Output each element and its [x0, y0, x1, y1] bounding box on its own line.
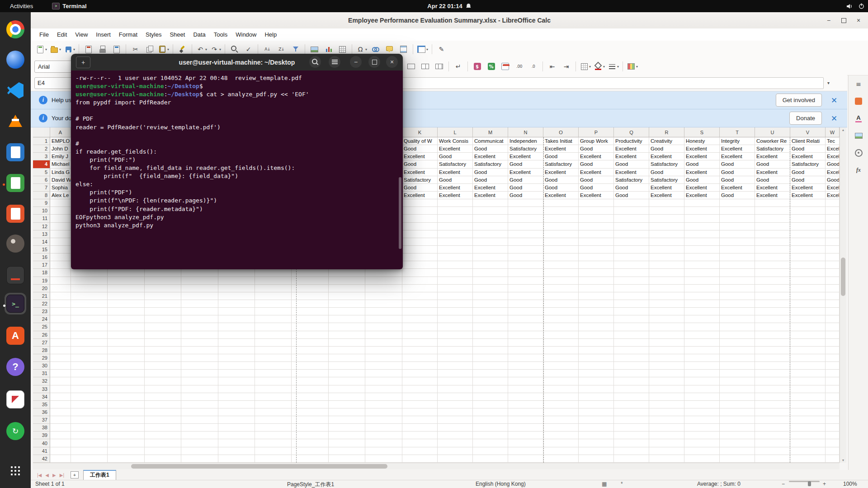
cell-T26[interactable] — [720, 331, 755, 339]
cell-A31[interactable] — [50, 370, 71, 377]
row-header-1[interactable]: 1 — [33, 137, 50, 145]
cell-A11[interactable] — [50, 215, 71, 222]
get-involved-button[interactable]: Get involved — [776, 94, 822, 107]
cell-U38[interactable] — [755, 424, 790, 432]
cell-N38[interactable] — [508, 424, 543, 432]
cell-O38[interactable] — [543, 424, 579, 432]
cell-N17[interactable] — [508, 261, 543, 269]
cell-W28[interactable] — [826, 347, 840, 354]
cell-W19[interactable] — [826, 277, 840, 285]
cell-K9[interactable] — [402, 199, 438, 207]
cell-T8[interactable]: Good — [720, 192, 755, 199]
row-header-25[interactable]: 25 — [33, 323, 50, 331]
cell-T5[interactable]: Good — [720, 169, 755, 176]
cell-R18[interactable] — [649, 269, 684, 277]
cell-U11[interactable] — [755, 215, 790, 222]
cell-W10[interactable] — [826, 207, 840, 215]
format-as-date-button[interactable] — [499, 60, 512, 73]
cell-R34[interactable] — [649, 393, 684, 401]
functions-deck-button[interactable]: fx — [849, 161, 868, 178]
cell-N29[interactable] — [508, 354, 543, 362]
cell-K33[interactable] — [402, 385, 438, 393]
cell-L42[interactable] — [438, 455, 473, 463]
cell-N33[interactable] — [508, 385, 543, 393]
cell-N11[interactable] — [508, 215, 543, 222]
cell-P26[interactable] — [579, 331, 614, 339]
cell-N25[interactable] — [508, 323, 543, 331]
cell-T31[interactable] — [720, 370, 755, 377]
cell-S40[interactable] — [684, 439, 720, 447]
menu-window[interactable]: Window — [231, 30, 260, 39]
cell-R42[interactable] — [649, 455, 684, 463]
cell-L33[interactable] — [438, 385, 473, 393]
cell-A19[interactable] — [50, 277, 71, 285]
cell-U8[interactable]: Excellent — [755, 192, 790, 199]
cell-Q40[interactable] — [614, 439, 649, 447]
cell-T14[interactable] — [720, 238, 755, 246]
cell-M19[interactable] — [473, 277, 508, 285]
page-style-label[interactable]: PageStyle_工作表1 — [287, 481, 334, 488]
wrap-text-button[interactable]: ↵ — [452, 60, 465, 73]
cell-N23[interactable] — [508, 308, 543, 315]
cell-T30[interactable] — [720, 362, 755, 370]
cell-O14[interactable] — [543, 238, 579, 246]
cell-T12[interactable] — [720, 223, 755, 230]
cell-T34[interactable] — [720, 393, 755, 401]
row-header-14[interactable]: 14 — [33, 238, 50, 246]
previous-sheet-button[interactable]: ◀ — [45, 473, 49, 478]
cell-T23[interactable] — [720, 308, 755, 315]
cell-V42[interactable] — [790, 455, 826, 463]
cell-K27[interactable] — [402, 339, 438, 347]
cell-K12[interactable] — [402, 223, 438, 230]
cell-V16[interactable] — [790, 253, 826, 261]
cell-A5[interactable]: Linda G — [50, 169, 71, 176]
cell-M10[interactable] — [473, 207, 508, 215]
cell-S23[interactable] — [684, 308, 720, 315]
cell-Q10[interactable] — [614, 207, 649, 215]
cell-S30[interactable] — [684, 362, 720, 370]
cell-M17[interactable] — [473, 261, 508, 269]
cell-L21[interactable] — [438, 292, 473, 300]
cell-K25[interactable] — [402, 323, 438, 331]
cell-V12[interactable] — [790, 223, 826, 230]
terminal-maximize-button[interactable] — [368, 56, 380, 68]
cell-K5[interactable]: Excellent — [402, 169, 438, 176]
cell-R24[interactable] — [649, 315, 684, 323]
cell-P9[interactable] — [579, 199, 614, 207]
cell-P13[interactable] — [579, 230, 614, 238]
cell-U13[interactable] — [755, 230, 790, 238]
cell-Q2[interactable]: Excellent — [614, 145, 649, 153]
cell-O17[interactable] — [543, 261, 579, 269]
cell-T9[interactable] — [720, 199, 755, 207]
cell-U20[interactable] — [755, 285, 790, 292]
cell-U41[interactable] — [755, 447, 790, 455]
cell-U16[interactable] — [755, 253, 790, 261]
cell-M36[interactable] — [473, 408, 508, 416]
cell-A22[interactable] — [50, 300, 71, 308]
cell-M7[interactable]: Excellent — [473, 184, 508, 192]
cell-R35[interactable] — [649, 401, 684, 408]
column-header-Q[interactable]: Q — [614, 127, 649, 137]
cell-T1[interactable]: Integrity — [720, 137, 755, 145]
calc-maximize-button[interactable] — [838, 15, 849, 26]
cell-U12[interactable] — [755, 223, 790, 230]
cell-U37[interactable] — [755, 416, 790, 424]
cell-S25[interactable] — [684, 323, 720, 331]
cell-P7[interactable]: Good — [579, 184, 614, 192]
cell-W6[interactable]: Good — [826, 176, 840, 184]
cell-V26[interactable] — [790, 331, 826, 339]
cell-P33[interactable] — [579, 385, 614, 393]
cell-S28[interactable] — [684, 347, 720, 354]
cell-M39[interactable] — [473, 432, 508, 439]
cell-U27[interactable] — [755, 339, 790, 347]
cell-L34[interactable] — [438, 393, 473, 401]
cell-W2[interactable]: Excellent — [826, 145, 840, 153]
system-status-area[interactable] — [846, 3, 864, 9]
cell-K11[interactable] — [402, 215, 438, 222]
cell-A41[interactable] — [50, 447, 71, 455]
cell-U36[interactable] — [755, 408, 790, 416]
cell-T42[interactable] — [720, 455, 755, 463]
cell-U15[interactable] — [755, 246, 790, 253]
cell-M9[interactable] — [473, 199, 508, 207]
cell-L2[interactable]: Excellent — [438, 145, 473, 153]
